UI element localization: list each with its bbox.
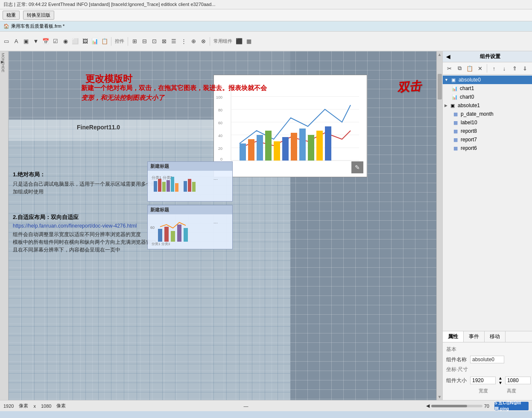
separator1 xyxy=(111,37,111,46)
icon-custom3[interactable]: ⊠ xyxy=(159,37,169,46)
svg-rect-14 xyxy=(299,129,306,161)
svg-rect-25 xyxy=(154,181,157,192)
component-tree: ▼ ▣ absolute0 📊 chart1 📊 chart0 ▶ ▣ abso… xyxy=(443,75,532,331)
separator3 xyxy=(210,37,210,46)
tree-label-pdatemonth: p_date_month xyxy=(461,111,494,117)
svg-rect-28 xyxy=(167,180,170,192)
tree-item-chart0[interactable]: 📊 chart0 xyxy=(443,93,532,101)
icon-tab[interactable]: ⊞ xyxy=(130,37,139,46)
scroll-fill xyxy=(431,405,467,407)
scroll-track[interactable] xyxy=(431,405,482,407)
panel-title: 组件设置 xyxy=(452,53,529,60)
type-icon-absolute1: ▣ xyxy=(449,102,456,109)
chart-preview-svg: 100 80 60 40 20 0 xyxy=(214,75,368,178)
icon-custom7[interactable]: ⊗ xyxy=(199,37,208,46)
tree-item-absolute1[interactable]: ▶ ▣ absolute1 xyxy=(443,101,532,110)
label-width-unit: 宽度 xyxy=(471,388,496,394)
right-panel: ◀ 组件设置 ✂ ⧉ 📋 ✕ ↑ ↓ ⇑ ⇓ ▼ ▣ absolute0 📊 xyxy=(442,51,532,400)
copy-icon[interactable]: ⧉ xyxy=(455,64,464,73)
icon-custom1[interactable]: ⊟ xyxy=(140,37,149,46)
svg-text:100: 100 xyxy=(216,95,222,99)
svg-rect-12 xyxy=(282,137,289,161)
move-bottom-icon[interactable]: ⇓ xyxy=(520,64,529,73)
tree-item-label10[interactable]: ▦ label10 xyxy=(443,118,532,127)
section1-desc1: 只是适合自己调试电脑显示，适用于一个展示区域需要用多个组件叠 xyxy=(13,180,167,188)
tab-mobile[interactable]: 移动 xyxy=(485,331,506,342)
icon-chart[interactable]: 📊 xyxy=(90,37,99,46)
vertical-scrollbar[interactable]: ▲ ▼ xyxy=(436,51,442,400)
scroll-down-btn[interactable]: ▼ xyxy=(437,395,442,399)
type-icon-absolute0: ▣ xyxy=(450,76,457,83)
log-text: 日志 | 正常: 09:44:22 EventThread INFO [stan… xyxy=(3,1,216,8)
icon-check[interactable]: ☑ xyxy=(51,37,60,46)
undo-button[interactable]: 稳重 xyxy=(3,11,20,20)
svg-text:40: 40 xyxy=(218,134,222,138)
rtoolbar-sep xyxy=(487,64,487,73)
mini-widget-2: 新建标题 60 分类1 分类3 ⋯ xyxy=(147,205,233,249)
design-canvas[interactable]: 100 80 60 40 20 0 ✎ 更改模版时 新建一个绝对布局，双击，在拖… xyxy=(9,51,442,400)
tree-item-absolute0[interactable]: ▼ ▣ absolute0 xyxy=(443,76,532,84)
toolbar-row: 稳重 转换至旧版 xyxy=(0,9,532,21)
section2-desc1: 组件会自动调整显示宽度以适应不同分辨率浏览器的宽度 xyxy=(13,231,156,238)
expand-icon-absolute1: ▶ xyxy=(444,103,447,108)
section2-block: 2.自适应布局：双向自适应 https://help.fanruan.com/f… xyxy=(13,213,156,254)
tree-item-report7[interactable]: ▦ report7 xyxy=(443,135,532,144)
icon-custom5[interactable]: ⋮ xyxy=(179,37,188,46)
icon-input[interactable]: ▣ xyxy=(21,37,31,46)
scroll-left-btn[interactable]: ◀ xyxy=(426,403,430,409)
input-height[interactable] xyxy=(505,377,531,384)
finereport-logo: S 五C⓪N⑨ill网.ping xyxy=(494,402,529,410)
scroll-up-btn[interactable]: ▲ xyxy=(437,52,442,57)
panel-collapse-icon[interactable]: ◀ xyxy=(446,54,450,60)
icon-combo[interactable]: ▼ xyxy=(31,37,41,46)
chart-icon-0: 📊 xyxy=(451,94,458,100)
svg-rect-17 xyxy=(325,126,331,161)
spin-up-width[interactable]: ▲▼ xyxy=(498,376,503,385)
icon-rectangle[interactable]: ▭ xyxy=(2,37,11,46)
input-width[interactable] xyxy=(470,377,496,384)
tree-item-chart1[interactable]: 📊 chart1 xyxy=(443,84,532,93)
paste-icon[interactable]: 📋 xyxy=(465,64,474,73)
svg-rect-16 xyxy=(316,131,323,161)
cut-icon[interactable]: ✂ xyxy=(444,64,454,73)
svg-rect-11 xyxy=(274,141,280,161)
label-component-name: 组件名称 xyxy=(446,356,468,363)
value-component-name[interactable]: absolute0 xyxy=(470,356,504,363)
svg-text:⋯: ⋯ xyxy=(213,177,218,182)
convert-button[interactable]: 转换至旧版 xyxy=(23,11,54,20)
move-up-icon[interactable]: ↑ xyxy=(489,64,499,73)
icon-custom4[interactable]: ☰ xyxy=(169,37,178,46)
right-panel-header: ◀ 组件设置 xyxy=(443,51,532,62)
icon-report[interactable]: 📋 xyxy=(100,37,109,46)
status-width: 1920 xyxy=(3,403,14,409)
section2-desc2: 模板中的所有组件同时在横向和纵向两个方向上充满浏览器窗口 xyxy=(13,238,156,246)
svg-text:分类1  分类3: 分类1 分类3 xyxy=(152,242,170,246)
chart-edit-icon[interactable]: ✎ xyxy=(351,161,363,173)
tab-attributes[interactable]: 属性 xyxy=(443,331,464,342)
icon-radio[interactable]: ◉ xyxy=(61,37,70,46)
file-tab-label[interactable]: 乘用车售后质量看板.frm * xyxy=(11,23,64,29)
icon-widget1[interactable]: ⬛ xyxy=(234,37,244,46)
icon-custom6[interactable]: ⊕ xyxy=(189,37,198,46)
move-top-icon[interactable]: ⇑ xyxy=(510,64,519,73)
svg-rect-15 xyxy=(308,135,314,161)
section1-title: 1.绝对布局： xyxy=(13,171,167,178)
expand-icon-absolute0: ▼ xyxy=(444,78,448,82)
icon-image[interactable]: 🖼 xyxy=(80,37,90,46)
svg-rect-7 xyxy=(240,143,246,161)
tree-item-report6[interactable]: ▦ report6 xyxy=(443,144,532,152)
move-down-icon[interactable]: ↓ xyxy=(500,64,509,73)
report-icon-report6: ▦ xyxy=(452,145,459,152)
log-bar: 日志 | 正常: 09:44:22 EventThread INFO [stan… xyxy=(0,0,532,9)
icon-date[interactable]: 📅 xyxy=(41,37,50,46)
icon-widget2[interactable]: ▦ xyxy=(244,37,254,46)
delete-icon[interactable]: ✕ xyxy=(475,64,485,73)
scroll-thumb[interactable] xyxy=(438,74,442,99)
icon-button[interactable]: ⬜ xyxy=(70,37,80,46)
tree-item-report8[interactable]: ▦ report8 xyxy=(443,127,532,135)
tree-item-pdatemonth[interactable]: ▦ p_date_month xyxy=(443,110,532,118)
icon-label[interactable]: A xyxy=(12,37,21,46)
tab-events[interactable]: 事件 xyxy=(464,331,485,342)
icon-custom2[interactable]: ⊡ xyxy=(149,37,159,46)
mini-widget-1: 新建标题 分类1 分类2 ⋯ xyxy=(147,161,233,202)
